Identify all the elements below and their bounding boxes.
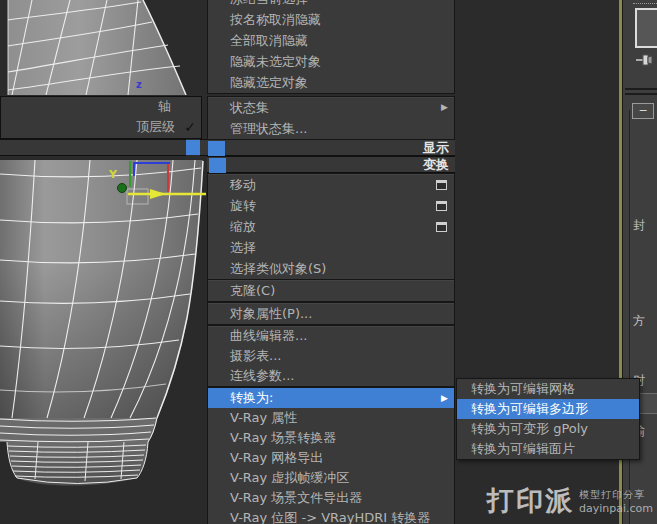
menu-item-rotate[interactable]: 旋转	[208, 195, 454, 216]
menu-item-wire-parameters[interactable]: 连线参数...	[208, 366, 454, 386]
menu-item-label: 顶层级	[136, 119, 175, 134]
submenu-arrow-icon	[441, 388, 448, 408]
menu-item-dope-sheet[interactable]: 摄影表...	[208, 346, 454, 366]
menu-item-label: 转换为可编辑网格	[471, 381, 575, 396]
submenu-item-gpoly[interactable]: 转换为可变形 gPoly	[457, 419, 639, 439]
panel-separator	[625, 93, 657, 95]
menu-section-properties: 对象属性(P)...	[207, 302, 455, 325]
submenu-item-editable-poly[interactable]: 转换为可编辑多边形	[457, 399, 639, 419]
quad-header-display[interactable]: 显示	[200, 139, 455, 156]
menu-item-label: 连线参数...	[230, 368, 294, 383]
menu-item-axis[interactable]: 轴	[1, 97, 201, 117]
settings-dialog-icon[interactable]	[436, 180, 447, 190]
menu-section-convert: 转换为: V-Ray 属性 V-Ray 场景转换器 V-Ray 网格导出 V-R…	[207, 387, 455, 524]
watermark-site: dayinpai.com	[579, 502, 653, 515]
quad-header-left-bar[interactable]	[0, 139, 186, 156]
quad-marker-icon	[209, 158, 226, 173]
menu-item-state-sets[interactable]: 状态集	[208, 97, 454, 118]
watermark-logo: 打印派	[487, 486, 574, 516]
menu-item-unhide-all[interactable]: 全部取消隐藏	[208, 30, 454, 51]
menu-item-label: 旋转	[230, 198, 256, 213]
menu-section-display: 冻结当前选择 按名称取消隐藏 全部取消隐藏 隐藏未选定对象 隐藏选定对象	[207, 0, 455, 94]
menu-item-label: V-Ray 位图 -> VRayHDRI 转换器	[230, 510, 430, 524]
menu-item-top-level[interactable]: 顶层级 ✓	[1, 117, 201, 137]
rollout-border	[629, 110, 630, 524]
menu-section-transform: 移动 旋转 缩放 选择 选择类似对象(S)	[207, 173, 455, 280]
quad-marker-icon	[186, 140, 200, 155]
submenu-item-editable-patch[interactable]: 转换为可编辑面片	[457, 439, 639, 459]
quad-header-transform[interactable]: 变换	[207, 156, 455, 173]
menu-item-vray-scene-converter[interactable]: V-Ray 场景转换器	[208, 428, 454, 448]
panel-separator	[625, 88, 657, 90]
menu-item-label: 轴	[158, 99, 171, 114]
convert-submenu: 转换为可编辑网格 转换为可编辑多边形 转换为可变形 gPoly 转换为可编辑面片	[456, 378, 640, 460]
menu-item-label: 摄影表...	[230, 348, 281, 363]
quad-left-section: 轴 顶层级 ✓	[0, 96, 202, 139]
menu-item-curve-editor[interactable]: 曲线编辑器...	[208, 326, 454, 346]
menu-item-label: V-Ray 网格导出	[230, 450, 323, 465]
submenu-item-editable-mesh[interactable]: 转换为可编辑网格	[457, 379, 639, 399]
watermark-tagline: 模型打印分享	[579, 488, 653, 502]
menu-item-label: 隐藏未选定对象	[230, 54, 321, 69]
menu-section-state-sets: 状态集 管理状态集...	[207, 96, 455, 140]
viewport-top-canvas[interactable]: z	[0, 0, 207, 95]
settings-dialog-icon[interactable]	[436, 222, 447, 232]
menu-item-label: 对象属性(P)...	[230, 306, 312, 321]
menu-item-select[interactable]: 选择	[208, 237, 454, 258]
menu-item-label: 转换为可编辑多边形	[471, 401, 588, 416]
menu-item-label: 转换为可变形 gPoly	[471, 421, 588, 436]
screenshot-stage: z	[0, 0, 657, 524]
quad-header-label: 变换	[423, 157, 449, 172]
menu-item-label: 转换为可编辑面片	[471, 441, 575, 456]
menu-item-clone[interactable]: 克隆(C)	[208, 280, 454, 301]
menu-item-label: 克隆(C)	[230, 283, 275, 298]
menu-item-label: 移动	[230, 177, 256, 192]
menu-item-label: 选择类似对象(S)	[230, 261, 326, 276]
menu-item-label: 全部取消隐藏	[230, 33, 308, 48]
panel-divider	[633, 3, 657, 4]
menu-section-editors: 曲线编辑器... 摄影表... 连线参数...	[207, 325, 455, 387]
menu-item-vray-vfb[interactable]: V-Ray 虚拟帧缓冲区	[208, 468, 454, 488]
menu-item-label: 冻结当前选择	[230, 0, 308, 6]
menu-item-label: V-Ray 属性	[230, 410, 297, 425]
menu-item-label: 缩放	[230, 219, 256, 234]
viewport-main-canvas[interactable]: Y	[0, 158, 207, 524]
watermark: 打印派 模型打印分享 dayinpai.com	[487, 486, 653, 516]
checkmark-icon: ✓	[184, 117, 196, 137]
menu-item-label: 管理状态集...	[230, 121, 307, 136]
menu-item-label: 状态集	[230, 100, 269, 115]
menu-item-label: 转换为:	[230, 390, 273, 405]
quad-marker-icon	[208, 141, 225, 156]
menu-item-unhide-by-name[interactable]: 按名称取消隐藏	[208, 9, 454, 30]
quad-header-label: 显示	[423, 140, 449, 155]
z-axis-label: z	[136, 79, 142, 90]
menu-item-label: V-Ray 虚拟帧缓冲区	[230, 470, 349, 485]
menu-item-scale[interactable]: 缩放	[208, 216, 454, 237]
material-preview-box[interactable]	[635, 8, 657, 48]
menu-item-move[interactable]: 移动	[208, 174, 454, 195]
menu-item-object-properties[interactable]: 对象属性(P)...	[208, 303, 454, 324]
menu-item-label: 曲线编辑器...	[230, 328, 307, 343]
y-axis-label: Y	[108, 168, 118, 181]
menu-item-vray-properties[interactable]: V-Ray 属性	[208, 408, 454, 428]
menu-item-hide-unselected[interactable]: 隐藏未选定对象	[208, 51, 454, 72]
menu-item-label: V-Ray 场景转换器	[230, 430, 336, 445]
menu-item-vray-bitmap-converter[interactable]: V-Ray 位图 -> VRayHDRI 转换器	[208, 508, 454, 524]
menu-item-manage-state-sets[interactable]: 管理状态集...	[208, 118, 454, 139]
rollout-label-direction[interactable]: 方	[633, 313, 645, 330]
menu-item-label: V-Ray 场景文件导出器	[230, 490, 362, 505]
menu-item-vray-mesh-export[interactable]: V-Ray 网格导出	[208, 448, 454, 468]
settings-dialog-icon[interactable]	[436, 201, 447, 211]
rollout-collapse-button[interactable]: −	[632, 103, 654, 119]
rollout-label-cap[interactable]: 封	[633, 217, 645, 234]
menu-item-select-similar[interactable]: 选择类似对象(S)	[208, 258, 454, 279]
menu-section-clone: 克隆(C)	[207, 279, 455, 302]
pin-icon[interactable]	[635, 52, 655, 68]
menu-item-vray-scene-exporter[interactable]: V-Ray 场景文件导出器	[208, 488, 454, 508]
menu-item-label: 选择	[230, 240, 256, 255]
menu-item-hide-selected[interactable]: 隐藏选定对象	[208, 72, 454, 93]
menu-item-convert-to[interactable]: 转换为:	[208, 388, 454, 408]
menu-item-label: 隐藏选定对象	[230, 75, 308, 90]
gizmo-center[interactable]	[118, 184, 127, 193]
menu-item-freeze-selection[interactable]: 冻结当前选择	[208, 0, 454, 9]
